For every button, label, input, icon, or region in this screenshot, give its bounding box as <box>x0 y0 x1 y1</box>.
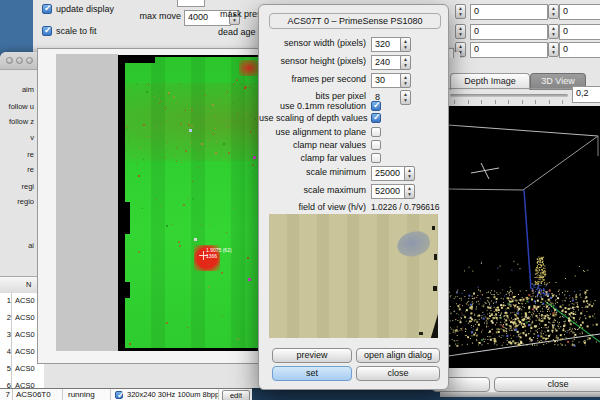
active-sensor-row[interactable]: 7 ACS06T0 running 320x240 30Hz 100um 8bp… <box>0 388 252 400</box>
open-align-dialog-button[interactable]: open align dialog <box>356 348 440 363</box>
edit-button[interactable]: edit <box>222 390 250 400</box>
spin-field[interactable]: 0 <box>470 42 548 58</box>
cell-divider <box>110 389 111 400</box>
preview-speck <box>432 226 435 230</box>
table-row[interactable]: 6 ACS0 <box>0 378 44 388</box>
fps-stepper[interactable]: ▲▼ <box>400 73 411 88</box>
tab-label: Depth Image <box>464 76 516 86</box>
field-label: sensor width (pixels) <box>259 37 366 50</box>
dead-age-label: dead age li <box>218 27 262 38</box>
preview-button-label: preview <box>296 350 327 360</box>
depth-preview-image <box>269 214 438 338</box>
use-01mm-checkbox[interactable] <box>371 101 381 111</box>
desktop-background <box>0 0 33 52</box>
use-scaling-checkbox[interactable] <box>371 113 381 123</box>
spin-stepper[interactable]: ▲▼ <box>455 24 466 39</box>
scale-max-field[interactable]: 52000 <box>371 184 406 199</box>
sidebar-label: re <box>0 165 34 174</box>
table-header-label: N <box>26 277 31 292</box>
check-label: use scaling of depth values <box>259 112 366 125</box>
sensor-height-field[interactable]: 240 <box>371 55 402 70</box>
zoom-slider[interactable] <box>450 94 568 97</box>
spin-field[interactable]: 0 <box>559 24 600 40</box>
preview-speck <box>419 332 423 335</box>
pointcloud-canvas <box>447 106 600 368</box>
use-alignment-checkbox[interactable] <box>371 127 381 137</box>
spin-field[interactable]: 0 <box>559 4 600 20</box>
row-name: ACS0 <box>15 293 35 309</box>
row-number: 5 <box>0 361 12 378</box>
cell-divider <box>62 389 63 400</box>
row-number: 7 <box>0 390 10 399</box>
sidebar-label: v <box>0 133 34 142</box>
fov-label: field of view (h/v) <box>259 201 366 214</box>
sensor-width-field[interactable]: 320 <box>371 37 402 52</box>
preview-speck <box>434 254 437 260</box>
sensor-name: ACS06T0 <box>16 390 51 399</box>
sensor-status: running <box>68 390 95 399</box>
preview-button[interactable]: preview <box>272 348 352 363</box>
view-close-label: close <box>547 379 568 389</box>
scale-min-field[interactable]: 25000 <box>371 166 406 181</box>
cutoff-field[interactable] <box>177 0 205 7</box>
row-name: ACS0 <box>15 327 35 343</box>
sidebar-label: regio <box>0 197 34 206</box>
field-label: scale maximum <box>259 184 366 197</box>
close-button[interactable]: close <box>356 366 440 381</box>
spin-stepper[interactable]: ▲▼ <box>548 42 559 57</box>
cell-divider <box>218 389 219 400</box>
fps-field[interactable]: 30 <box>371 73 402 88</box>
scale-to-fit-checkbox[interactable] <box>42 26 52 36</box>
pointcloud-viewport[interactable] <box>447 106 600 368</box>
clamp-far-checkbox[interactable] <box>371 153 381 163</box>
view-panel: Depth Image 3D View 0,2 close <box>440 58 600 397</box>
zoom-value-field[interactable]: 0,2 <box>572 86 600 103</box>
max-move-label: max move <box>93 11 181 22</box>
row-name: ACS0 <box>15 361 35 377</box>
scale-to-fit-label: scale to fit <box>56 26 97 37</box>
sensor-height-stepper[interactable]: ▲▼ <box>400 55 411 70</box>
view-bottom-bar: close <box>440 368 600 392</box>
row-name: ACS0 <box>15 344 35 360</box>
view-close-button[interactable]: close <box>494 377 600 392</box>
row-name: ACS0 <box>15 378 35 388</box>
close-window-icon[interactable] <box>6 57 13 64</box>
check-label: clamp near values <box>259 139 366 152</box>
check-label: use alignment to plane <box>259 126 366 139</box>
sensor-config: 320x240 30Hz 100um 8bpp <box>127 390 219 399</box>
spin-stepper[interactable]: ▲▼ <box>548 24 559 39</box>
spin-field[interactable]: 0 <box>470 4 548 20</box>
spin-stepper[interactable]: ▲▼ <box>548 4 559 19</box>
preview-speck <box>433 286 437 291</box>
clamp-near-checkbox[interactable] <box>371 140 381 150</box>
config-checkbox[interactable] <box>115 391 123 399</box>
screenshot-root: update display scale to fit max move 400… <box>0 0 600 400</box>
scale-min-stepper[interactable]: ▲▼ <box>404 166 415 181</box>
row-name: ACS0 <box>15 310 35 326</box>
set-button-label: set <box>306 368 318 378</box>
minimize-window-icon[interactable] <box>16 57 23 64</box>
sidebar-label: follow u <box>0 102 34 111</box>
fov-value: 1.0226 / 0.796616 <box>371 201 440 214</box>
tab-label: 3D View <box>541 76 574 86</box>
bpp-stepper[interactable]: ▲▼ <box>400 90 411 105</box>
sensor-config-dialog: ACS07T 0 – PrimeSense PS1080 sensor widt… <box>258 4 449 390</box>
field-label: scale minimum <box>259 166 366 179</box>
zoom-window-icon[interactable] <box>26 57 33 64</box>
scale-max-stepper[interactable]: ▲▼ <box>404 184 415 199</box>
row-number: 6 <box>0 378 12 388</box>
sensor-width-stepper[interactable]: ▲▼ <box>400 37 411 52</box>
sidebar-label: re <box>0 150 34 159</box>
field-label: frames per second <box>259 73 366 86</box>
spin-field[interactable]: 0 <box>470 24 548 40</box>
open-align-label: open align dialog <box>364 350 432 360</box>
cell-divider <box>12 389 13 400</box>
update-display-checkbox[interactable] <box>42 4 52 14</box>
set-button[interactable]: set <box>272 366 352 381</box>
sidebar-label: aim <box>0 85 34 94</box>
field-label: sensor height (pixels) <box>259 55 366 68</box>
spin-field[interactable]: 0 <box>559 42 600 58</box>
spin-stepper[interactable]: ▲▼ <box>455 4 466 19</box>
row-number: 1 <box>0 293 12 310</box>
sidebar-label: ai <box>0 241 34 250</box>
